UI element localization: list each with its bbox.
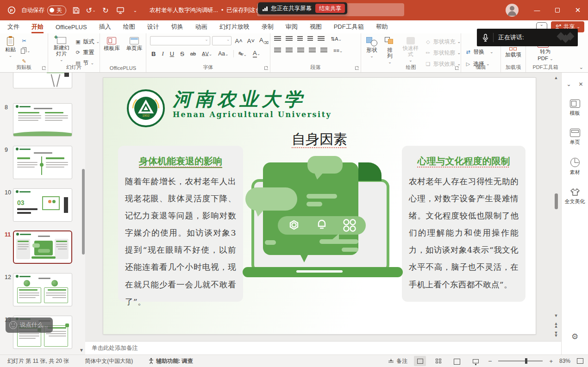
stop-share-button[interactable]: 结束共享: [315, 4, 345, 13]
paste-button[interactable]: 粘贴⌄: [4, 36, 17, 64]
slide-11-canvas[interactable]: 1902 河南农业大学 Henan Agricultural Universit…: [103, 78, 536, 334]
tab-draw[interactable]: 绘图: [123, 20, 135, 33]
card-body[interactable]: 随着年龄增长，农村老年人出现老花眼、肢体灵活度下降、记忆力衰退等问题，影响对数字…: [125, 173, 236, 311]
sidebar-close-icon[interactable]: ✕: [579, 81, 583, 87]
text-direction-button[interactable]: ⇅A⌄: [329, 36, 343, 42]
change-case-button[interactable]: Aa⌄: [217, 50, 230, 57]
tab-home[interactable]: 开始: [31, 20, 44, 33]
sidebar-collapse-chevron-icon[interactable]: ⌄: [566, 81, 571, 87]
shape-fill-button[interactable]: ◇形状填充⌄: [425, 37, 461, 46]
tab-pdf-toolbox[interactable]: PDF工具箱: [334, 20, 364, 33]
previous-slide-button[interactable]: ▲▲: [553, 323, 559, 328]
card-title[interactable]: 身体机能衰退的影响: [125, 155, 236, 168]
columns-icon[interactable]: [320, 48, 327, 49]
line-spacing-icon[interactable]: [318, 36, 325, 37]
tab-transitions[interactable]: 切换: [171, 20, 183, 33]
account-avatar[interactable]: [506, 4, 519, 17]
increase-font-button[interactable]: A˄: [233, 37, 244, 44]
minimize-button[interactable]: —: [527, 0, 547, 20]
format-painter-icon[interactable]: ✎: [21, 58, 27, 64]
character-spacing-button[interactable]: A̲V̲⌄: [200, 51, 213, 56]
convert-smartart-button[interactable]: ≡≡⌄: [332, 48, 344, 53]
font-name-combobox[interactable]: [150, 36, 210, 45]
thumbnail-slide-9[interactable]: [13, 146, 72, 179]
scroll-up-icon[interactable]: ▲: [553, 75, 559, 80]
font-size-combobox[interactable]: [212, 36, 232, 45]
save-icon[interactable]: [71, 5, 81, 15]
bold-button[interactable]: B: [150, 50, 157, 57]
clear-formatting-button[interactable]: A⌫: [258, 37, 270, 45]
copy-button[interactable]: ⌄: [21, 46, 31, 56]
zoom-slider-thumb[interactable]: [525, 358, 527, 364]
accessibility-status[interactable]: 辅助功能: 调查: [149, 357, 193, 365]
thumbnail-scrollbar[interactable]: [82, 169, 85, 255]
clipboard-dialog-launcher[interactable]: [42, 66, 46, 70]
tab-help[interactable]: 帮助: [376, 20, 388, 33]
university-logo-block[interactable]: 1902 河南农业大学 Henan Agricultural Universit…: [126, 89, 332, 128]
tab-officeplus[interactable]: OfficePLUS: [56, 20, 87, 33]
tab-slideshow[interactable]: 幻灯片放映: [219, 20, 250, 33]
paragraph-dialog-launcher[interactable]: [355, 66, 359, 70]
thumbnail-slide-7[interactable]: [13, 73, 72, 88]
justify-icon[interactable]: [309, 48, 316, 49]
tab-animations[interactable]: 动画: [195, 20, 207, 33]
thumbnail-scroll-down-icon[interactable]: ▼: [79, 348, 84, 353]
bullets-icon[interactable]: [274, 36, 281, 37]
powerpoint-app-icon[interactable]: P: [6, 5, 17, 15]
shape-outline-button[interactable]: ✏形状轮廓⌄: [425, 48, 461, 57]
underline-button[interactable]: U: [169, 50, 175, 57]
chat-message-overlay[interactable]: 说点什么...: [6, 317, 53, 333]
notes-toggle-button[interactable]: 备注: [388, 357, 407, 365]
card-title[interactable]: 心理与文化程度的限制: [409, 155, 519, 168]
normal-view-button[interactable]: [414, 356, 426, 366]
laptop-chat-illustration[interactable]: [242, 155, 404, 285]
layout-button[interactable]: ▣版式⌄: [75, 37, 100, 46]
cut-icon[interactable]: ✂: [21, 37, 27, 44]
card-psychological-limit[interactable]: 心理与文化程度的限制 农村老年人存在习得性无助的心理，对数字设备产生畏难情绪。文…: [402, 146, 525, 302]
text-shadow-button[interactable]: ab: [189, 51, 197, 56]
thumbnail-slide-8[interactable]: [13, 103, 72, 137]
font-color-button[interactable]: A⌄: [251, 50, 262, 58]
thumbnail-slide-10[interactable]: 03: [13, 188, 72, 222]
redo-button[interactable]: ↻: [100, 5, 111, 15]
reset-button[interactable]: ⟳重置: [75, 48, 100, 57]
tab-review[interactable]: 审阅: [286, 20, 298, 33]
highlight-color-button[interactable]: ✎⌄: [237, 50, 249, 57]
strikethrough-button[interactable]: S: [179, 50, 186, 57]
tab-file[interactable]: 文件: [7, 20, 19, 33]
notes-pane[interactable]: 单击此处添加备注: [85, 341, 561, 355]
restore-button[interactable]: [547, 0, 568, 20]
numbering-icon[interactable]: [286, 36, 293, 37]
settings-gear-icon[interactable]: ⚙: [571, 332, 578, 342]
zoom-in-button[interactable]: +: [549, 358, 553, 365]
collapse-ribbon-chevron-icon[interactable]: ⌄: [579, 64, 583, 70]
scroll-down-icon[interactable]: ▼: [553, 313, 559, 318]
zoom-level[interactable]: 83%: [559, 358, 570, 364]
close-button[interactable]: ✕: [568, 0, 588, 20]
thumbnail-slide-12[interactable]: [13, 273, 72, 306]
font-dialog-launcher[interactable]: [264, 66, 268, 70]
replace-button[interactable]: ⇄替换⌄: [465, 47, 500, 56]
slide-sorter-view-button[interactable]: [432, 356, 444, 366]
tab-insert[interactable]: 插入: [99, 20, 111, 33]
tab-design[interactable]: 设计: [147, 20, 159, 33]
sidebar-item-assets[interactable]: 素材: [570, 158, 580, 176]
zoom-slider[interactable]: [498, 361, 543, 361]
next-slide-button[interactable]: ▼▼: [553, 332, 559, 337]
autosave-toggle[interactable]: 自动保存 关: [21, 6, 66, 15]
canvas-scrollbar[interactable]: ▲ ▼: [553, 75, 559, 338]
new-slide-button[interactable]: 新建幻灯片⌄: [51, 36, 72, 68]
align-right-icon[interactable]: [297, 48, 304, 49]
sidebar-item-single-page[interactable]: 单页: [570, 129, 580, 146]
italic-button[interactable]: I: [160, 50, 165, 57]
sidebar-item-template[interactable]: 模板: [570, 100, 580, 117]
tab-record[interactable]: 录制: [262, 20, 274, 33]
undo-button[interactable]: ↺⌄: [86, 5, 96, 15]
tab-view[interactable]: 视图: [310, 20, 322, 33]
scrollbar-thumb[interactable]: [555, 193, 558, 209]
fit-slide-to-window-icon[interactable]: [577, 358, 583, 364]
start-slideshow-icon[interactable]: [115, 5, 125, 15]
customize-qat-chevron-icon[interactable]: ⌄: [130, 5, 140, 15]
reading-view-button[interactable]: [451, 356, 463, 366]
decrease-font-button[interactable]: A˅: [246, 37, 256, 44]
